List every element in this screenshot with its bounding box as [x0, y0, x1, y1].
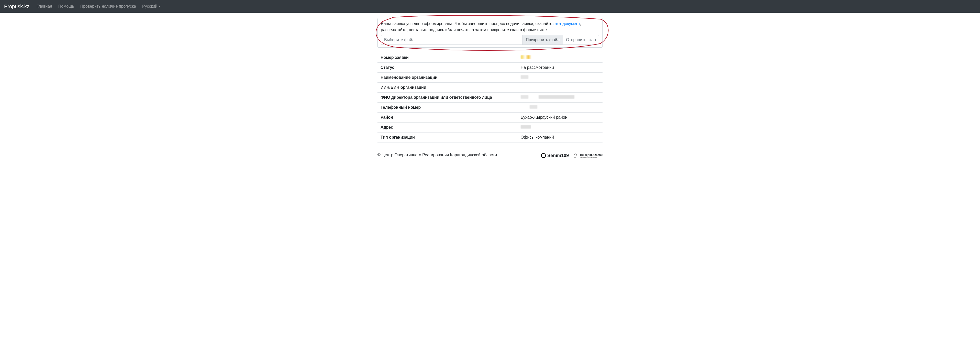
nav-home[interactable]: Главная — [33, 2, 55, 11]
row-label: Наименование организации — [380, 75, 521, 80]
nav-language-dropdown[interactable]: Русский — [139, 2, 164, 11]
row-value: Офисы компаний — [521, 135, 600, 140]
row-label: Статус — [380, 65, 521, 70]
table-row: ИИН/БИН организации — [377, 83, 603, 92]
request-details-table: Номер заявки Статус На рассмотрении Наим… — [377, 53, 603, 143]
document-link[interactable]: этот документ — [554, 21, 580, 26]
senim109-logo[interactable]: Senim109 — [541, 153, 569, 158]
senim-label: Senim109 — [547, 153, 569, 158]
row-value — [521, 95, 600, 100]
table-row: Статус На рассмотрении — [377, 63, 603, 73]
table-row: Адрес — [377, 122, 603, 132]
table-row: Телефонный номер — [377, 103, 603, 113]
file-upload-group: Выберите файл Прикрепить файл Отправить … — [381, 35, 599, 45]
success-alert: Ваша заявка успешно сформирована. Чтобы … — [377, 18, 603, 48]
footer-logos: Senim109 Belsendi Azamat активный гражда… — [541, 153, 603, 158]
alert-text-before: Ваша заявка успешно сформирована. Чтобы … — [381, 21, 554, 26]
row-value: На рассмотрении — [521, 65, 600, 70]
attach-file-button[interactable]: Прикрепить файл — [522, 35, 563, 45]
brand-link[interactable]: Propusk.kz — [4, 3, 29, 10]
row-value — [521, 105, 600, 110]
hand-icon — [573, 153, 579, 158]
table-row: Тип организации Офисы компаний — [377, 132, 603, 143]
belsendi-label: Belsendi Azamat — [580, 153, 603, 156]
row-label: ФИО директора организации или ответствен… — [380, 95, 521, 100]
nav-check-pass[interactable]: Проверить наличие пропуска — [77, 2, 139, 11]
row-value: Бухар-Жырауский район — [521, 115, 600, 120]
row-label: ИИН/БИН организации — [380, 85, 521, 90]
row-label: Район — [380, 115, 521, 120]
row-value — [521, 125, 600, 130]
row-value — [521, 85, 600, 90]
footer-copyright: © Центр Оперативного Реагирования Карага… — [377, 153, 497, 157]
table-row: ФИО директора организации или ответствен… — [377, 92, 603, 103]
table-row: Район Бухар-Жырауский район — [377, 113, 603, 122]
svg-point-0 — [541, 154, 546, 158]
nav-language-label: Русский — [142, 4, 157, 9]
file-input[interactable]: Выберите файл — [381, 35, 523, 45]
row-label: Тип организации — [380, 135, 521, 140]
upload-section: Ваша заявка успешно сформирована. Чтобы … — [377, 18, 603, 48]
navbar: Propusk.kz Главная Помощь Проверить нали… — [0, 0, 980, 13]
nav-help[interactable]: Помощь — [55, 2, 77, 11]
row-label: Телефонный номер — [380, 105, 521, 110]
belsendi-azamat-logo[interactable]: Belsendi Azamat активный гражданин — [573, 153, 603, 158]
row-label: Адрес — [380, 125, 521, 130]
row-value — [521, 55, 600, 60]
caret-down-icon — [158, 6, 160, 7]
belsendi-sublabel: активный гражданин — [580, 156, 603, 158]
footer: © Центр Оперативного Реагирования Карага… — [374, 150, 606, 164]
table-row: Наименование организации — [377, 73, 603, 83]
row-label: Номер заявки — [380, 55, 521, 60]
row-value — [521, 75, 600, 80]
senim-icon — [541, 153, 546, 158]
table-row: Номер заявки — [377, 53, 603, 63]
send-scan-button[interactable]: Отправить скан — [563, 35, 599, 45]
